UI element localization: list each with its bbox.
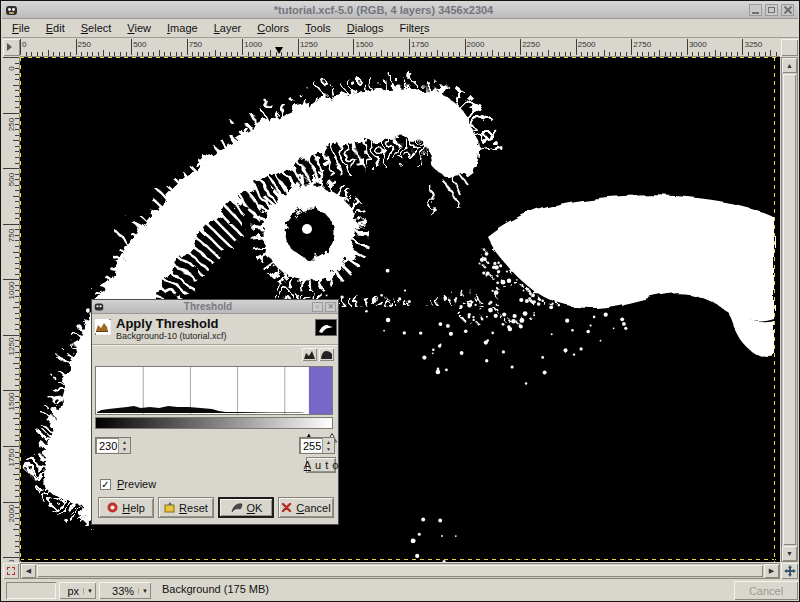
threshold-gradient-bar[interactable] [95,417,333,429]
minimize-button[interactable] [749,4,762,16]
ruler-tick [198,52,199,56]
histogram-log-button[interactable] [319,348,334,361]
menu-item-dialogs[interactable]: Dialogs [339,20,392,37]
ruler-tick [15,496,19,497]
ruler-tick [15,235,19,236]
ruler-tick [292,52,293,56]
quickmask-toggle-button[interactable] [3,563,19,579]
maximize-button[interactable] [765,4,778,16]
preview-label: Preview [117,478,156,490]
ruler-label: 500 [133,40,146,49]
ruler-tick [103,50,104,56]
ruler-tick [687,39,688,55]
ruler-tick [181,52,182,56]
dialog-wilber-icon [94,302,104,312]
ruler-tick [176,52,177,56]
ruler-tick [370,52,371,56]
vertical-scroll-thumb[interactable] [783,74,796,545]
ruler-tick [15,207,19,208]
ruler-tick [420,52,421,56]
ok-icon [230,502,243,514]
horizontal-scrollbar[interactable]: ◀ ▶ [20,563,780,579]
scroll-down-button[interactable]: ▼ [782,546,797,561]
dialog-close-button[interactable]: ✕ [325,302,336,312]
preview-checkbox[interactable]: ✓ [100,479,111,490]
menu-item-edit[interactable]: Edit [38,20,73,37]
vertical-scrollbar[interactable]: ▲ ▼ [781,57,798,562]
ruler-tick [365,52,366,56]
ruler-tick [15,296,19,297]
dialog-maximize-button[interactable]: ▫ [312,302,323,312]
gimp-wilber-icon [5,4,18,17]
ruler-tick [15,468,19,469]
high-threshold-value: 255 [300,438,322,453]
dialog-titlebar[interactable]: Threshold ▫ ✕ [92,300,338,314]
scroll-left-button[interactable]: ◀ [21,564,36,578]
ruler-tick [15,440,19,441]
resize-toggle-button[interactable] [781,39,798,56]
ruler-tick [20,39,21,55]
zoom-select[interactable]: 33% ▼ [99,582,151,599]
window-titlebar[interactable]: *tutorial.xcf-5.0 (RGB, 4 layers) 3456x2… [2,2,798,19]
ruler-tick [48,50,49,56]
menu-item-image[interactable]: Image [159,20,206,37]
maximize-icon [768,7,775,13]
horizontal-ruler[interactable]: 0250500750100012501500175020002250250027… [20,39,780,57]
reset-button[interactable]: Reset [158,497,214,518]
help-button[interactable]: Help [98,497,154,518]
ruler-tick [426,52,427,56]
ruler-tick [15,407,19,408]
spin-up-icon[interactable]: ▲ [119,438,130,446]
ruler-tick [15,535,19,536]
ruler-tick [470,52,471,56]
horizontal-scroll-thumb[interactable] [37,565,763,577]
threshold-dialog: Threshold ▫ ✕ Apply Threshold Background… [91,299,339,525]
ruler-tick [137,52,138,56]
ruler-tick [681,52,682,56]
scroll-up-button[interactable]: ▲ [782,58,797,73]
histogram-linear-button[interactable] [302,348,317,361]
ruler-corner-button[interactable] [3,39,20,56]
ruler-tick [42,52,43,56]
low-threshold-value: 230 [96,438,118,453]
ruler-label: 2500 [578,40,596,49]
ruler-tick [654,52,655,56]
unit-select[interactable]: px ▼ [59,582,96,599]
vertical-ruler[interactable]: 0250500750100012501500175020002250 [3,57,20,562]
menu-item-select[interactable]: Select [73,20,120,37]
ruler-tick [759,52,760,56]
ruler-tick [626,52,627,56]
ruler-tick [765,52,766,56]
ruler-tick [642,52,643,56]
ruler-tick [587,52,588,56]
scroll-right-button[interactable]: ▶ [764,564,779,578]
menu-item-filters[interactable]: Filters [391,20,437,37]
cancel-button[interactable]: Cancel [278,497,334,518]
menu-item-file[interactable]: File [4,20,38,37]
menu-item-tools[interactable]: Tools [297,20,339,37]
ruler-tick [15,463,19,464]
threshold-histogram[interactable] [95,366,333,415]
menu-item-layer[interactable]: Layer [206,20,250,37]
ruler-tick [15,263,19,264]
ruler-tick [353,39,354,55]
ruler-tick [15,285,19,286]
ok-button[interactable]: OK [218,497,274,518]
ruler-label: 2750 [633,40,651,49]
menu-item-colors[interactable]: Colors [249,20,297,37]
close-button[interactable] [781,4,794,16]
ruler-tick [15,201,19,202]
ruler-tick [648,52,649,56]
ruler-tick [415,52,416,56]
ruler-tick [15,151,19,152]
spin-down-icon[interactable]: ▼ [119,446,130,454]
spin-up-icon[interactable]: ▲ [323,438,334,446]
ruler-tick [676,52,677,56]
low-threshold-spinbox[interactable]: 230 ▲▼ [95,437,131,454]
ruler-tick [731,52,732,56]
spin-down-icon[interactable]: ▼ [323,446,334,454]
navigation-button[interactable] [781,563,798,579]
high-threshold-spinbox[interactable]: 255 ▲▼ [299,437,335,454]
menu-item-view[interactable]: View [119,20,159,37]
auto-button[interactable]: Auto [306,457,336,473]
